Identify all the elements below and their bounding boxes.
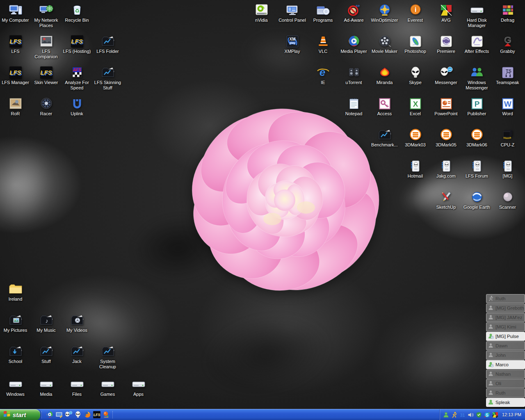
desktop-icon-jack[interactable]: Jack xyxy=(62,345,92,364)
contact-mg-greboth[interactable]: [MG] Greboth xyxy=(486,304,525,313)
desktop-icon-skype[interactable]: Skype xyxy=(400,66,431,85)
desktop-icon-my-music[interactable]: ♪My Music xyxy=(31,313,62,333)
contact-nathan[interactable]: Nathan xyxy=(486,370,525,379)
desktop-icon-teamspeak[interactable]: TSTeamspeak xyxy=(492,66,523,85)
desktop-icon-photoshop[interactable]: Photoshop xyxy=(400,34,431,54)
desktop-icon-3dmark05[interactable]: 3DMark05 xyxy=(431,128,461,148)
desktop-icon-hard-disk-manager[interactable]: Hard Disk Manager xyxy=(461,3,492,28)
tray-messenger-status-icon[interactable] xyxy=(443,411,450,418)
desktop-icon-after-effects[interactable]: After Effects xyxy=(461,34,492,54)
folderdl-icon xyxy=(9,345,23,358)
contact-john[interactable]: John xyxy=(486,351,525,360)
desktop-icon-grabby[interactable]: GGrabby xyxy=(492,34,523,54)
desktop-icon-lfs-forum[interactable]: LFS Forum xyxy=(461,159,492,179)
contact-oli[interactable]: Oli xyxy=(486,379,525,388)
desktop-icon-scanner[interactable]: Scanner xyxy=(492,190,523,210)
desktop-icon-apps[interactable]: Apps xyxy=(123,377,154,397)
desktop-icon-mg[interactable]: [MG] xyxy=(492,159,523,179)
desktop-icon-everest[interactable]: iEverest xyxy=(400,3,431,23)
desktop-icon-powerpoint[interactable]: PowerPoint xyxy=(431,97,461,116)
desktop-icon-sketchup[interactable]: SketchUp xyxy=(431,190,461,210)
desktop-icon-vlc[interactable]: VLC xyxy=(308,34,338,54)
desktop-icon-premiere[interactable]: Premiere xyxy=(431,34,461,54)
desktop-icon-notepad[interactable]: Notepad xyxy=(338,97,369,116)
desktop-icon-winoptimizer[interactable]: WinOptimizer xyxy=(369,3,400,23)
desktop-icon-google-earth[interactable]: Google Earth xyxy=(461,190,492,210)
desktop-icon-system-cleanup[interactable]: System Cleanup xyxy=(92,345,123,370)
tray-skype-icon[interactable] xyxy=(484,411,491,418)
desktop-icon-windows[interactable]: Windows xyxy=(0,377,31,397)
quicklaunch-firefox-icon[interactable] xyxy=(83,411,91,419)
desktop-icon-my-pictures[interactable]: My Pictures xyxy=(0,313,31,333)
desktop-icon-defrag[interactable]: Defrag xyxy=(492,3,523,23)
desktop-icon-ror[interactable]: RoR xyxy=(0,97,31,116)
desktop-icon-utorrent[interactable]: uTorrent xyxy=(338,66,369,85)
desktop-icon-school[interactable]: School xyxy=(0,345,31,364)
quicklaunch-messenger-icon[interactable] xyxy=(64,411,73,419)
tray-avg-icon[interactable] xyxy=(492,411,499,418)
desktop-icon-lfs-hosting[interactable]: LFSLFSLFS (Hosting) xyxy=(62,34,92,54)
desktop-icon-cpu-z[interactable]: CPU-Z xyxy=(492,128,523,148)
clock[interactable]: 12:13 PM xyxy=(502,412,521,417)
start-button[interactable]: start xyxy=(0,409,40,420)
tray-volume-icon[interactable] xyxy=(467,411,474,418)
desktop-icon-media-player[interactable]: Media Player xyxy=(338,34,369,54)
desktop-icon-analyze-for-speed[interactable]: AFSAnalyze For Speed xyxy=(62,66,92,91)
desktop-icon-uplink[interactable]: Uplink xyxy=(62,97,92,116)
quicklaunch-skype-icon[interactable] xyxy=(74,411,82,419)
desktop-icon-3dmark03[interactable]: 3DMark03 xyxy=(400,128,431,148)
desktop-icon-lfs-companion[interactable]: LFS Companion xyxy=(31,34,62,59)
quicklaunch-lfs-icon[interactable]: LFSLFS xyxy=(93,411,101,419)
desktop-icon-nvidia[interactable]: nVidia xyxy=(246,3,277,23)
quicklaunch-download-manager-icon[interactable] xyxy=(102,411,110,419)
desktop-icon-word[interactable]: WWord xyxy=(492,97,523,116)
desktop-icon-racer[interactable]: Racer xyxy=(31,97,62,116)
desktop-icon-skin-viewer[interactable]: LFSLFSSkin Viewer xyxy=(31,66,62,85)
tray-antivirus-shield-icon[interactable] xyxy=(475,411,482,418)
desktop-icon-lfs-skinning-stuff[interactable]: LFS Skinning Stuff xyxy=(92,66,123,91)
desktop-icon-xmplay[interactable]: XMplayXMPlay xyxy=(277,34,308,54)
desktop-icon-excel[interactable]: XExcel xyxy=(400,97,431,116)
quicklaunch-show-desktop-icon[interactable] xyxy=(55,411,63,419)
desktop-icon-my-network-places[interactable]: My Network Places xyxy=(31,3,62,28)
contact-mg-kimi[interactable]: [MG] Kimi xyxy=(486,322,525,331)
desktop-icon-miranda[interactable]: Miranda xyxy=(369,66,400,85)
desktop-icon-lfs-manager[interactable]: LFSLFSLFS Manager xyxy=(0,66,31,85)
desktop-icon-my-computer[interactable]: My Computer xyxy=(0,3,31,23)
desktop-icon-my-videos[interactable]: My Videos xyxy=(62,313,92,333)
contact-ruth[interactable]: Ruth xyxy=(486,294,525,303)
desktop-icon-benchmark[interactable]: Benchmark... xyxy=(369,128,400,148)
desktop-icon-recycle-bin[interactable]: ♻Recycle Bin xyxy=(62,3,92,23)
desktop-icon-lfs[interactable]: LFSLFSLFS xyxy=(0,34,31,54)
desktop-icon-games[interactable]: Games xyxy=(92,377,123,397)
desktop-icon-files[interactable]: Files xyxy=(62,377,92,397)
desktop-icon-programs[interactable]: Programs xyxy=(308,3,338,23)
tray-calendar-31-icon[interactable]: 31 xyxy=(459,411,466,418)
desktop-icon-media[interactable]: Media xyxy=(31,377,62,397)
contact-ruth[interactable]: Ruth xyxy=(486,388,525,397)
desktop-icon-3dmark06[interactable]: 3DMark06 xyxy=(461,128,492,148)
desktop-icon-messenger[interactable]: Messenger xyxy=(431,66,461,85)
desktop-icon-jakg-com[interactable]: Jakg.com xyxy=(431,159,461,179)
desktop-icon-lfs-folder[interactable]: LFS Folder xyxy=(92,34,123,54)
desktop-icon-ad-aware[interactable]: seAd-Aware xyxy=(338,3,369,23)
quicklaunch-windows-media-player-icon[interactable] xyxy=(46,411,54,419)
desktop-icon-access[interactable]: Access xyxy=(369,97,400,116)
desktop-icon-movie-maker[interactable]: Movie Maker xyxy=(369,34,400,54)
contact-mg-jam-ez[interactable]: [MG] JAM'ez xyxy=(486,313,525,322)
contact-marco[interactable]: Marco xyxy=(486,360,525,369)
desktop-icon-hotmail[interactable]: Hotmail xyxy=(400,159,431,179)
contact-dawn[interactable]: Dawn xyxy=(486,341,525,350)
desktop-icon-ie[interactable]: eIE xyxy=(308,66,338,85)
desktop-icon-ireland[interactable]: Ireland xyxy=(0,282,31,302)
desktop-icon-stuff[interactable]: Stuff xyxy=(31,345,62,364)
contact-mg-pulse[interactable]: [MG] Pulse xyxy=(486,332,525,341)
desktop-icon-control-panel[interactable]: Control Panel xyxy=(277,3,308,23)
contact-spleak[interactable]: Spleak xyxy=(486,398,525,407)
desktop-icon-publisher[interactable]: PPublisher xyxy=(461,97,492,116)
quicklaunch-handle[interactable] xyxy=(41,411,43,418)
tray-aim-icon[interactable] xyxy=(451,411,458,418)
desktop-icon-windows-messenger[interactable]: Windows Messenger xyxy=(461,66,492,91)
taskbar-handle[interactable] xyxy=(112,411,114,418)
desktop-icon-avg[interactable]: AVG xyxy=(431,3,461,23)
